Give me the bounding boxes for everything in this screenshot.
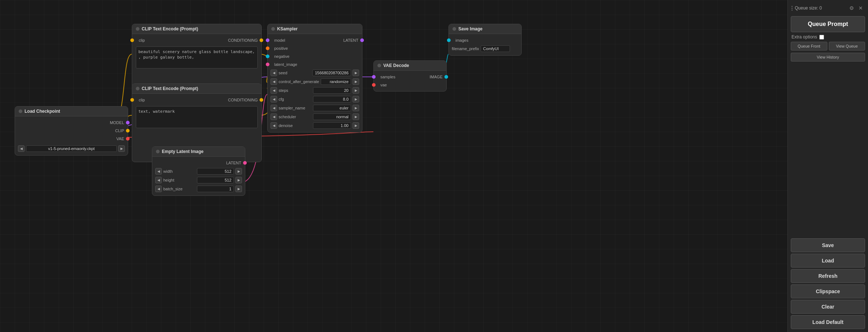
latent-image-in-port[interactable] [266, 63, 269, 66]
scheduler-field[interactable]: normal [313, 113, 351, 120]
clip-output-row: CLIP [15, 127, 128, 135]
clip-in-port[interactable] [130, 38, 134, 42]
clip-text-encode-1-textarea[interactable]: beautiful scenery nature glass bottle la… [136, 46, 258, 68]
clipspace-button[interactable]: Clipspace [791, 284, 865, 298]
node-status-dot [452, 27, 456, 31]
vae-in-port[interactable] [372, 83, 376, 87]
seed-row: ◀ seed 156680208700286 ▶ [268, 68, 362, 77]
height-value: 512 [225, 178, 231, 182]
empty-latent-image-header: Empty Latent Image [152, 147, 245, 157]
samples-in-label: samples [380, 75, 395, 79]
save-image-title: Save Image [458, 26, 483, 31]
steps-field[interactable]: 20 [313, 87, 351, 94]
cfg-prev-btn[interactable]: ◀ [271, 96, 277, 102]
batch-size-field[interactable]: 1 [197, 186, 234, 192]
right-panel: Queue size: 0 ⚙ ✕ Queue Prompt Extra opt… [787, 0, 868, 332]
model-port[interactable] [126, 121, 130, 124]
ksampler-header: KSampler [268, 24, 362, 34]
load-default-button[interactable]: Load Default [791, 315, 865, 329]
control-prev-btn[interactable]: ◀ [271, 78, 277, 85]
latent-out-port-eli[interactable] [243, 161, 247, 165]
load-checkpoint-header: Load Checkpoint [15, 107, 128, 116]
height-field[interactable]: 512 [197, 177, 234, 183]
denoise-row: ◀ denoise 1.00 ▶ [268, 121, 362, 130]
view-history-button[interactable]: View History [791, 53, 865, 61]
vae-decode-title: VAE Decode [383, 63, 409, 68]
negative-in-port[interactable] [266, 55, 269, 58]
batch-next-btn[interactable]: ▶ [235, 186, 242, 192]
seed-next-btn[interactable]: ▶ [353, 70, 359, 76]
latent-out-label: LATENT [343, 38, 358, 42]
save-button[interactable]: Save [791, 238, 865, 252]
settings-btn[interactable]: ⚙ [848, 4, 856, 12]
seed-field[interactable]: 156680208700286 [312, 70, 351, 76]
seed-value: 156680208700286 [315, 71, 349, 75]
clip-text-encode-2-textarea[interactable]: text, watermark [136, 106, 258, 128]
images-in-label: images [455, 38, 468, 42]
control-next-btn[interactable]: ▶ [353, 78, 359, 85]
ckpt-name-field[interactable]: v1-5-pruned-emaonly.ckpt [26, 145, 117, 152]
save-image-node: Save Image images filename_prefix [448, 24, 522, 56]
vae-in-row: vae [374, 81, 446, 89]
samples-in-port[interactable] [372, 75, 376, 79]
model-in-port[interactable] [266, 38, 269, 42]
image-out-port[interactable] [444, 75, 448, 79]
positive-in-port[interactable] [266, 46, 269, 50]
refresh-button[interactable]: Refresh [791, 269, 865, 283]
cfg-field[interactable]: 8.0 [313, 96, 351, 102]
ckpt-name-next-btn[interactable]: ▶ [118, 145, 125, 152]
width-field[interactable]: 512 [197, 168, 234, 175]
images-in-port[interactable] [447, 38, 451, 42]
sampler-field[interactable]: euler [313, 105, 351, 111]
clip-text-encode-2-title: CLIP Text Encode (Prompt) [142, 86, 198, 91]
sampler-next-btn[interactable]: ▶ [353, 105, 359, 111]
view-queue-button[interactable]: View Queue [829, 42, 865, 51]
filename-prefix-input[interactable] [481, 45, 510, 52]
width-value: 512 [225, 169, 231, 174]
latent-image-in-label: latent_image [274, 62, 297, 67]
scheduler-next-btn[interactable]: ▶ [353, 113, 359, 120]
denoise-field[interactable]: 1.00 [313, 122, 351, 129]
conditioning2-out-port[interactable] [260, 98, 263, 102]
batch-size-value: 1 [229, 187, 231, 191]
batch-size-row: ◀ batch_size 1 ▶ [152, 184, 245, 193]
denoise-next-btn[interactable]: ▶ [353, 122, 359, 129]
seed-prev-btn[interactable]: ◀ [271, 70, 277, 76]
steps-next-btn[interactable]: ▶ [353, 87, 359, 94]
extra-options-checkbox[interactable] [819, 35, 824, 40]
height-next-btn[interactable]: ▶ [235, 177, 242, 183]
clip-port[interactable] [126, 129, 130, 133]
samples-in-row: samples IMAGE [374, 73, 446, 81]
node-status-dot [136, 27, 139, 31]
clip2-in-label: clip [139, 98, 145, 102]
latent-out-port[interactable] [360, 38, 364, 42]
scheduler-prev-btn[interactable]: ◀ [271, 113, 277, 120]
queue-front-button[interactable]: Queue Front [791, 42, 827, 51]
width-prev-btn[interactable]: ◀ [155, 168, 162, 175]
height-prev-btn[interactable]: ◀ [155, 177, 162, 183]
batch-prev-btn[interactable]: ◀ [155, 186, 162, 192]
close-panel-btn[interactable]: ✕ [857, 4, 864, 12]
cfg-next-btn[interactable]: ▶ [353, 96, 359, 102]
queue-prompt-button[interactable]: Queue Prompt [791, 16, 865, 32]
width-next-btn[interactable]: ▶ [235, 168, 242, 175]
vae-port[interactable] [126, 137, 130, 141]
conditioning-out-port[interactable] [260, 38, 263, 42]
steps-value: 20 [344, 88, 349, 93]
conditioning2-out-label: CONDITIONING [228, 98, 258, 102]
sampler-prev-btn[interactable]: ◀ [271, 105, 277, 111]
model-output-row: MODEL [15, 119, 128, 127]
clip-text-encode-2-header: CLIP Text Encode (Prompt) [132, 84, 261, 94]
queue-front-view-queue-row: Queue Front View Queue [791, 42, 865, 51]
control-field[interactable]: randomize [321, 78, 351, 85]
clear-button[interactable]: Clear [791, 300, 865, 314]
denoise-prev-btn[interactable]: ◀ [271, 122, 277, 129]
steps-prev-btn[interactable]: ◀ [271, 87, 277, 94]
ckpt-name-prev-btn[interactable]: ◀ [18, 145, 25, 152]
load-button[interactable]: Load [791, 254, 865, 268]
batch-size-label: batch_size [163, 187, 195, 191]
ckpt-name-row: ◀ v1-5-pruned-emaonly.ckpt ▶ [15, 144, 128, 153]
cfg-row: ◀ cfg 8.0 ▶ [268, 95, 362, 104]
clip2-in-port[interactable] [130, 98, 134, 102]
clip-text-encode-1-title: CLIP Text Encode (Prompt) [142, 26, 198, 31]
